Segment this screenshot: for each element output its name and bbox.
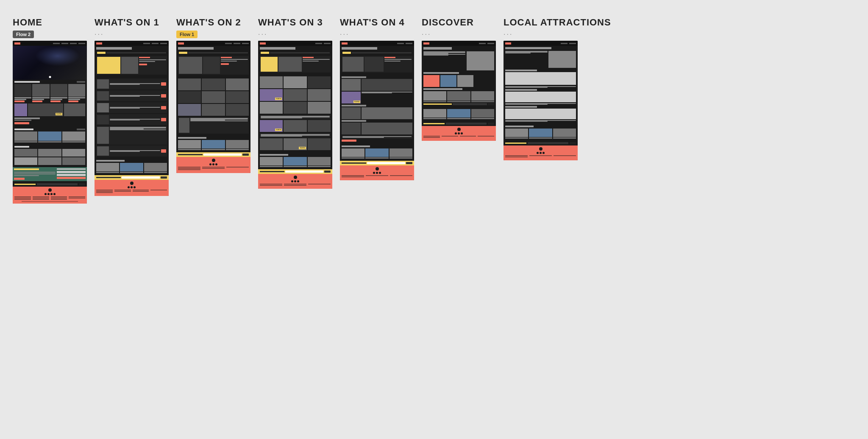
disc-soc-2[interactable] — [458, 132, 460, 134]
home-cards-row — [14, 84, 85, 102]
wo3-soc-2[interactable] — [294, 180, 296, 182]
wo4-soc-2[interactable] — [376, 172, 378, 174]
wo1-soc-2[interactable] — [131, 186, 133, 188]
disc-stay-input[interactable] — [453, 103, 487, 105]
form-submit-btn[interactable] — [57, 177, 86, 179]
wo2-soc-3[interactable] — [215, 163, 217, 165]
home-tour-img3 — [64, 103, 85, 116]
wo3-soc-3[interactable] — [297, 180, 299, 182]
wo1-btn-1[interactable] — [161, 82, 166, 86]
la-discover-title — [505, 126, 534, 127]
wo2-fc2-l1 — [202, 167, 225, 168]
form-email-input[interactable] — [57, 174, 86, 176]
la-soc-2[interactable] — [540, 152, 542, 154]
la-things-title — [505, 106, 537, 108]
home-whats-on-btn[interactable] — [14, 122, 29, 124]
home-discover-row — [14, 131, 85, 143]
wo1-thumb-4 — [97, 115, 109, 124]
wo1-featured-btn[interactable] — [139, 64, 147, 65]
la-soc-3[interactable] — [542, 152, 545, 154]
wo2-filter-bar — [178, 51, 249, 55]
disc-nl-input[interactable] — [446, 123, 487, 125]
newsletter-submit[interactable] — [79, 183, 85, 185]
wo4-soc-3[interactable] — [379, 172, 381, 174]
la-soc-1[interactable] — [537, 152, 539, 154]
wo1-item-4 — [96, 114, 167, 125]
wo3-g4: TOUR'93 — [260, 89, 283, 101]
wo2-soc-1[interactable] — [209, 163, 211, 165]
whatson2-flow-badge[interactable]: Flow 1 — [176, 31, 198, 38]
social-1[interactable] — [45, 193, 47, 195]
social-3[interactable] — [50, 193, 53, 195]
wo4-tour-item: TOUR'93 — [342, 92, 361, 103]
wo4-d1 — [342, 107, 361, 119]
form-title — [57, 168, 86, 170]
wo2-nl-input[interactable] — [203, 154, 242, 156]
form-name-input[interactable] — [57, 171, 86, 173]
wo4-filter-btn[interactable] — [342, 52, 351, 54]
card2-btn[interactable] — [32, 101, 42, 102]
disc-cards-section — [422, 108, 496, 121]
wo1-filter-bar — [96, 51, 167, 55]
wo2-nl-btn[interactable] — [242, 154, 249, 156]
home-gallery — [13, 145, 87, 167]
card3-btn[interactable] — [50, 101, 61, 102]
wo2-newsletter-bar — [176, 152, 250, 157]
wo1-btn-2[interactable] — [161, 94, 166, 98]
wo1-fc1-l1 — [96, 190, 113, 190]
wo1-nl-input[interactable] — [122, 176, 160, 179]
wo2-soc-2[interactable] — [212, 163, 214, 165]
card4-btn[interactable] — [68, 101, 78, 102]
social-4[interactable] — [53, 193, 56, 195]
disc-footer-icon — [457, 128, 461, 131]
wo2-nav-links — [225, 43, 249, 44]
wo2-filter-btn[interactable] — [179, 52, 187, 54]
wo2-footer-icon — [212, 159, 215, 162]
page-localattractions: LOCAL ATTRACTIONS ··· — [504, 17, 611, 160]
wo1-nav — [95, 41, 169, 46]
wo1-filter-btn[interactable] — [97, 52, 106, 54]
wo1-btn-3[interactable] — [161, 106, 166, 109]
disc-soc-1[interactable] — [455, 132, 457, 134]
wo3-soc-1[interactable] — [291, 180, 293, 182]
disc-c-3 — [471, 109, 494, 119]
newsletter-input[interactable] — [37, 183, 78, 185]
wo4-soc-1[interactable] — [373, 172, 375, 174]
wo1-item-3 — [96, 102, 167, 113]
wo2-g3 — [226, 78, 249, 90]
wo1-nl-btn[interactable] — [161, 176, 167, 179]
home-flow-badge[interactable]: Flow 2 — [13, 31, 34, 38]
wo1-btn-5[interactable] — [161, 149, 166, 153]
wo3-filter-btn[interactable] — [261, 52, 269, 54]
wo4-feat-info — [384, 57, 412, 72]
la-main — [504, 46, 578, 124]
wo4-nl-btn[interactable] — [406, 162, 412, 164]
wo1-soc-3[interactable] — [134, 186, 136, 188]
wo1-fc3-l1 — [133, 190, 149, 190]
disc-img-1 — [14, 131, 37, 141]
wo4-nl-input[interactable] — [367, 162, 405, 164]
home-logo — [14, 42, 20, 45]
wo2-grid — [178, 78, 249, 116]
social-2[interactable] — [47, 193, 50, 195]
la-nl-btn[interactable] — [570, 142, 576, 144]
la-disc-img-2 — [529, 129, 552, 137]
disc-bc-img3 — [471, 91, 494, 101]
wo3-nl-btn[interactable] — [324, 171, 331, 173]
disc-stay-btn[interactable] — [488, 103, 494, 105]
wo4-cta-btn[interactable] — [342, 140, 356, 142]
wo3-nl-input[interactable] — [285, 171, 323, 173]
wo2-tb-info — [190, 118, 248, 133]
wo2-info-l2 — [221, 61, 237, 62]
wo3-fc2-l2 — [284, 185, 306, 186]
wo1-item-2 — [96, 90, 167, 101]
card1-btn[interactable] — [14, 101, 25, 102]
wo3-g3 — [308, 76, 331, 88]
wo2-btn[interactable] — [221, 63, 229, 65]
blog-btn[interactable] — [14, 178, 25, 180]
la-nl-input[interactable] — [528, 142, 568, 144]
wo1-btn-4[interactable] — [161, 118, 166, 121]
wo1-soc-1[interactable] — [128, 186, 130, 188]
disc-nl-btn[interactable] — [488, 123, 494, 125]
disc-soc-3[interactable] — [461, 132, 463, 134]
